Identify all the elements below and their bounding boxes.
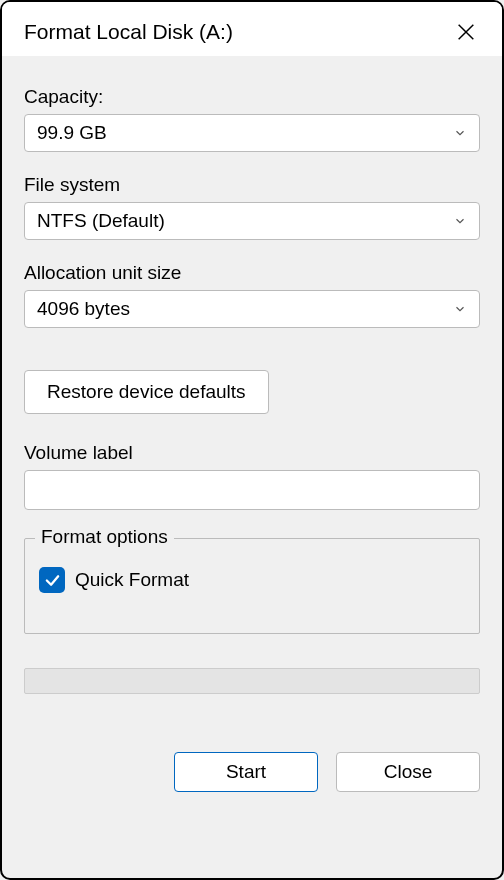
volume-label-input[interactable] (24, 470, 480, 510)
close-window-button[interactable] (446, 12, 486, 52)
chevron-down-icon (453, 214, 467, 228)
allocation-value: 4096 bytes (37, 298, 130, 320)
capacity-dropdown[interactable]: 99.9 GB (24, 114, 480, 152)
quick-format-label: Quick Format (75, 569, 189, 591)
quick-format-row: Quick Format (39, 567, 465, 593)
progress-bar (24, 668, 480, 694)
check-icon (44, 572, 61, 589)
filesystem-dropdown[interactable]: NTFS (Default) (24, 202, 480, 240)
filesystem-label: File system (24, 174, 480, 196)
capacity-group: Capacity: 99.9 GB (24, 86, 480, 152)
volume-label: Volume label (24, 442, 480, 464)
titlebar: Format Local Disk (A:) (2, 2, 502, 56)
quick-format-checkbox[interactable] (39, 567, 65, 593)
window-title: Format Local Disk (A:) (24, 20, 233, 44)
capacity-value: 99.9 GB (37, 122, 107, 144)
action-button-row: Start Close (24, 752, 480, 792)
dialog-content: Capacity: 99.9 GB File system NTFS (Defa… (2, 56, 502, 814)
allocation-label: Allocation unit size (24, 262, 480, 284)
allocation-dropdown[interactable]: 4096 bytes (24, 290, 480, 328)
format-options-legend: Format options (35, 526, 174, 548)
filesystem-group: File system NTFS (Default) (24, 174, 480, 240)
format-options-fieldset: Format options Quick Format (24, 538, 480, 634)
start-button[interactable]: Start (174, 752, 318, 792)
close-icon (455, 21, 477, 43)
restore-defaults-button[interactable]: Restore device defaults (24, 370, 269, 414)
allocation-group: Allocation unit size 4096 bytes (24, 262, 480, 328)
chevron-down-icon (453, 302, 467, 316)
chevron-down-icon (453, 126, 467, 140)
capacity-label: Capacity: (24, 86, 480, 108)
filesystem-value: NTFS (Default) (37, 210, 165, 232)
close-button[interactable]: Close (336, 752, 480, 792)
volume-group: Volume label (24, 442, 480, 510)
